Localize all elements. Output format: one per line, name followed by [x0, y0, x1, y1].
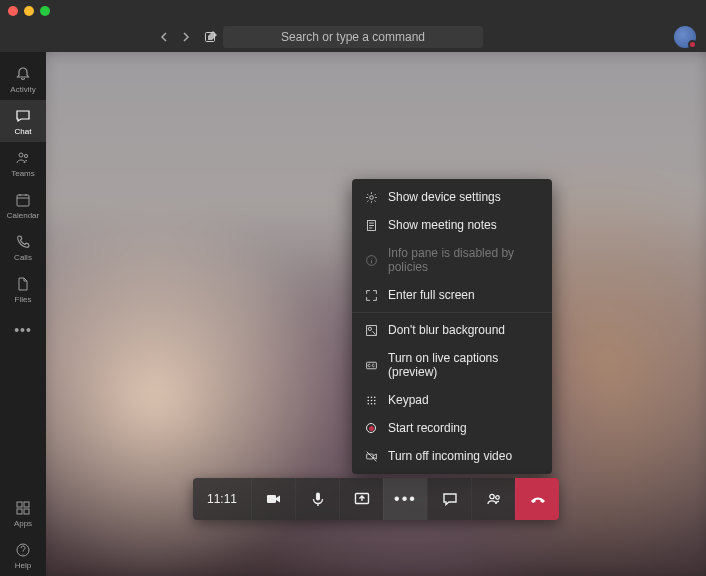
menu-device-settings[interactable]: Show device settings: [352, 183, 552, 211]
more-actions-menu: Show device settings Show meeting notes …: [352, 179, 552, 474]
menu-incoming-video-off[interactable]: Turn off incoming video: [352, 442, 552, 470]
search-placeholder: Search or type a command: [281, 30, 425, 44]
svg-rect-25: [267, 495, 276, 503]
mic-toggle-button[interactable]: [295, 478, 339, 520]
rail-item-chat[interactable]: Chat: [0, 100, 46, 142]
rail-label: Calendar: [7, 211, 39, 220]
svg-rect-5: [24, 502, 29, 507]
menu-dont-blur[interactable]: Don't blur background: [352, 316, 552, 344]
info-icon: [364, 253, 378, 267]
mic-icon: [309, 490, 327, 508]
rail-item-files[interactable]: Files: [0, 268, 46, 310]
presence-badge: [688, 40, 697, 49]
svg-point-20: [373, 399, 375, 401]
menu-start-recording[interactable]: Start recording: [352, 414, 552, 442]
rail-item-help[interactable]: Help: [0, 534, 46, 576]
nav-forward-button[interactable]: [180, 32, 190, 42]
chat-icon: [14, 107, 32, 125]
show-participants-button[interactable]: [471, 478, 515, 520]
menu-label: Show device settings: [388, 190, 501, 204]
menu-label: Turn on live captions (preview): [388, 351, 540, 379]
camera-icon: [265, 490, 283, 508]
svg-point-18: [367, 399, 369, 401]
more-actions-button[interactable]: •••: [383, 478, 427, 520]
svg-rect-3: [17, 195, 29, 206]
svg-point-9: [369, 195, 373, 199]
nav-back-button[interactable]: [160, 32, 170, 42]
teams-icon: [14, 149, 32, 167]
more-icon: •••: [394, 490, 417, 508]
gear-icon: [364, 190, 378, 204]
keypad-icon: [364, 393, 378, 407]
window-titlebar: [0, 0, 706, 22]
svg-point-2: [24, 154, 27, 157]
share-screen-button[interactable]: [339, 478, 383, 520]
record-icon: [364, 421, 378, 435]
apps-icon: [14, 499, 32, 517]
rail-item-more[interactable]: •••: [0, 310, 46, 352]
people-icon: [485, 490, 503, 508]
menu-meeting-notes[interactable]: Show meeting notes: [352, 211, 552, 239]
menu-label: Turn off incoming video: [388, 449, 512, 463]
rail-label: Files: [15, 295, 32, 304]
rail-label: Teams: [11, 169, 35, 178]
window-close-button[interactable]: [8, 6, 18, 16]
chat-icon: [441, 490, 459, 508]
menu-label: Info pane is disabled by policies: [388, 246, 540, 274]
hang-up-button[interactable]: [515, 478, 559, 520]
rail-label: Help: [15, 561, 31, 570]
help-icon: [14, 541, 32, 559]
rail-label: Chat: [15, 127, 32, 136]
rail-item-calendar[interactable]: Calendar: [0, 184, 46, 226]
rail-item-activity[interactable]: Activity: [0, 58, 46, 100]
menu-label: Keypad: [388, 393, 429, 407]
window-minimize-button[interactable]: [24, 6, 34, 16]
menu-keypad[interactable]: Keypad: [352, 386, 552, 414]
svg-point-16: [370, 396, 372, 398]
hangup-icon: [528, 489, 548, 509]
call-duration: 11:11: [193, 492, 251, 506]
menu-label: Don't blur background: [388, 323, 505, 337]
svg-point-21: [367, 402, 369, 404]
notes-icon: [364, 218, 378, 232]
rail-label: Calls: [14, 253, 32, 262]
show-chat-button[interactable]: [427, 478, 471, 520]
svg-point-17: [373, 396, 375, 398]
user-avatar[interactable]: [674, 26, 696, 48]
camera-toggle-button[interactable]: [251, 478, 295, 520]
svg-point-1: [19, 153, 23, 157]
svg-point-29: [495, 496, 499, 500]
compose-button[interactable]: [204, 30, 218, 44]
menu-info-disabled: Info pane is disabled by policies: [352, 239, 552, 281]
share-icon: [353, 490, 371, 508]
svg-rect-26: [316, 493, 320, 501]
bell-icon: [14, 65, 32, 83]
svg-point-22: [370, 402, 372, 404]
svg-point-12: [368, 327, 371, 330]
rail-label: Apps: [14, 519, 32, 528]
app-rail: Activity Chat Teams Calendar Calls: [0, 52, 46, 576]
menu-separator: [352, 312, 552, 313]
search-input[interactable]: Search or type a command: [223, 26, 483, 48]
rail-item-calls[interactable]: Calls: [0, 226, 46, 268]
files-icon: [14, 275, 32, 293]
menu-fullscreen[interactable]: Enter full screen: [352, 281, 552, 309]
menu-label: Start recording: [388, 421, 467, 435]
meeting-stage: Show device settings Show meeting notes …: [46, 52, 706, 576]
captions-icon: [364, 358, 378, 372]
top-bar: Search or type a command: [0, 22, 706, 52]
svg-point-28: [489, 494, 493, 498]
menu-label: Enter full screen: [388, 288, 475, 302]
svg-rect-6: [17, 509, 22, 514]
rail-item-teams[interactable]: Teams: [0, 142, 46, 184]
rail-item-apps[interactable]: Apps: [0, 492, 46, 534]
svg-rect-7: [24, 509, 29, 514]
phone-icon: [14, 233, 32, 251]
video-off-icon: [364, 449, 378, 463]
rail-label: Activity: [10, 85, 35, 94]
more-icon: •••: [14, 321, 32, 339]
window-zoom-button[interactable]: [40, 6, 50, 16]
menu-live-captions[interactable]: Turn on live captions (preview): [352, 344, 552, 386]
svg-point-23: [373, 402, 375, 404]
call-control-bar: 11:11 •••: [193, 478, 559, 520]
